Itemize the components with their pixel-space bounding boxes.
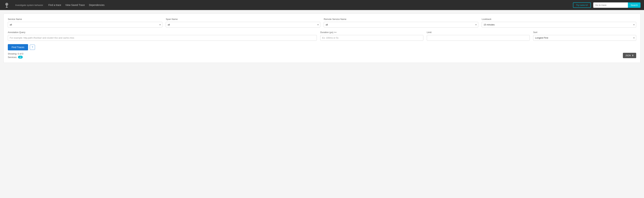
- services-row: Services: all: [8, 56, 24, 58]
- navbar-right: Try Lens UI Search: [573, 2, 640, 8]
- main-content: Service Name all Span Name all Remote Se…: [0, 10, 644, 66]
- span-name-select[interactable]: all: [166, 22, 320, 27]
- service-name-select-wrapper: all: [8, 22, 162, 27]
- service-name-label: Service Name: [8, 18, 162, 20]
- limit-group: Limit 10: [427, 31, 530, 41]
- json-download-button[interactable]: JSON ⬇: [623, 53, 636, 58]
- results-info: Showing: 0 of 0 Services: all JSON ⬇: [8, 52, 636, 58]
- duration-input[interactable]: [320, 35, 423, 41]
- remote-service-group: Remote Service Name all: [324, 18, 478, 27]
- service-name-group: Service Name all: [8, 18, 162, 27]
- lookback-label: Lookback: [482, 18, 636, 20]
- services-label: Services:: [8, 56, 17, 58]
- service-name-select[interactable]: all: [8, 22, 162, 27]
- json-label: JSON: [625, 54, 631, 57]
- brand-logo[interactable]: [4, 2, 10, 8]
- nav-find-trace[interactable]: Find a trace: [48, 4, 61, 6]
- form-row-2: Annotation Query Duration (μs) >= Limit …: [8, 31, 636, 41]
- try-lens-button[interactable]: Try Lens UI: [573, 2, 591, 8]
- actions-row: Find Traces ?: [8, 44, 636, 50]
- navbar: Investigate system behavior Find a trace…: [0, 0, 644, 10]
- navbar-nav: Find a trace View Saved Trace Dependenci…: [48, 4, 568, 6]
- nav-view-saved-trace[interactable]: View Saved Trace: [65, 4, 85, 6]
- annotation-query-input[interactable]: [8, 35, 317, 41]
- all-badge: all: [18, 56, 23, 58]
- limit-label: Limit: [427, 31, 530, 33]
- span-name-group: Span Name all: [166, 18, 320, 27]
- lookback-select-wrapper: 1 minutes 5 minutes 15 minutes 30 minute…: [482, 22, 636, 27]
- span-name-select-wrapper: all: [166, 22, 320, 27]
- go-to-trace-input[interactable]: [593, 2, 628, 8]
- showing-text: Showing: 0 of 0: [8, 52, 24, 55]
- zipkin-logo-icon: [4, 2, 10, 8]
- navbar-tagline: Investigate system behavior: [15, 4, 43, 6]
- duration-label: Duration (μs) >=: [320, 31, 423, 33]
- search-panel: Service Name all Span Name all Remote Se…: [4, 13, 640, 63]
- duration-group: Duration (μs) >=: [320, 31, 423, 41]
- remote-service-label: Remote Service Name: [324, 18, 478, 20]
- remote-service-select-wrapper: all: [324, 22, 478, 27]
- search-button[interactable]: Search: [628, 2, 640, 8]
- limit-input[interactable]: 10: [427, 35, 530, 41]
- sort-select[interactable]: Longest First Shortest First Newest Firs…: [533, 35, 636, 41]
- results-left: Showing: 0 of 0 Services: all: [8, 52, 24, 58]
- find-traces-button[interactable]: Find Traces: [8, 44, 28, 50]
- sort-group: Sort Longest First Shortest First Newest…: [533, 31, 636, 41]
- lookback-group: Lookback 1 minutes 5 minutes 15 minutes …: [482, 18, 636, 27]
- sort-label: Sort: [533, 31, 636, 33]
- remote-service-select[interactable]: all: [324, 22, 478, 27]
- help-button[interactable]: ?: [30, 45, 35, 50]
- svg-point-4: [6, 4, 7, 5]
- span-name-label: Span Name: [166, 18, 320, 20]
- lookback-select[interactable]: 1 minutes 5 minutes 15 minutes 30 minute…: [482, 22, 636, 27]
- go-to-trace-wrapper: Search: [593, 2, 640, 8]
- sort-select-wrapper: Longest First Shortest First Newest Firs…: [533, 35, 636, 41]
- annotation-query-group: Annotation Query: [8, 31, 317, 41]
- annotation-query-label: Annotation Query: [8, 31, 317, 33]
- form-row-1: Service Name all Span Name all Remote Se…: [8, 18, 636, 27]
- download-icon: ⬇: [632, 54, 634, 57]
- nav-dependencies[interactable]: Dependencies: [89, 4, 104, 6]
